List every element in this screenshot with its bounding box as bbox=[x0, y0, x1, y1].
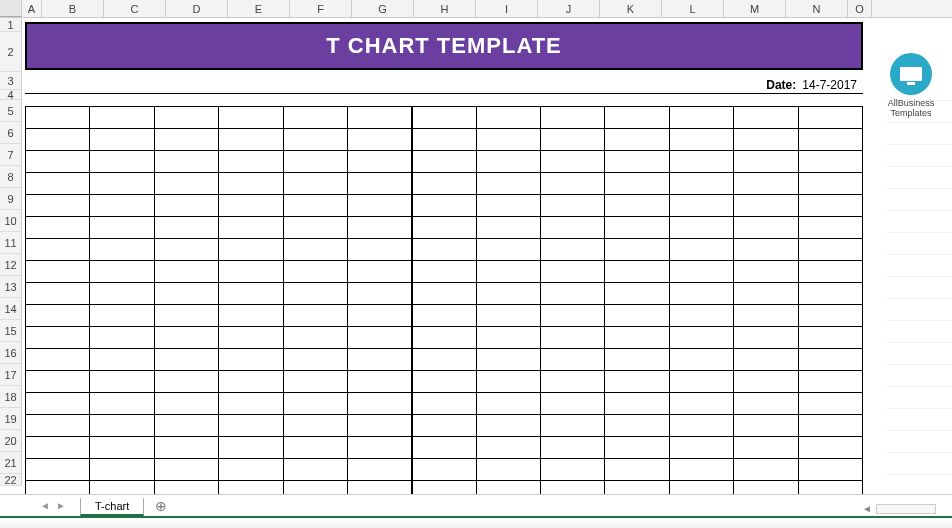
cell[interactable] bbox=[26, 283, 90, 305]
cell[interactable] bbox=[283, 195, 347, 217]
cell[interactable] bbox=[669, 437, 733, 459]
cell[interactable] bbox=[219, 107, 283, 129]
cell[interactable] bbox=[605, 371, 669, 393]
cell[interactable] bbox=[283, 129, 347, 151]
cell[interactable] bbox=[605, 261, 669, 283]
cell[interactable] bbox=[605, 151, 669, 173]
table-row[interactable] bbox=[26, 415, 863, 437]
cell[interactable] bbox=[605, 459, 669, 481]
cell[interactable] bbox=[541, 261, 605, 283]
row-1[interactable]: 1 bbox=[0, 18, 22, 32]
row-11[interactable]: 11 bbox=[0, 232, 22, 254]
cell[interactable] bbox=[154, 261, 218, 283]
col-N[interactable]: N bbox=[786, 0, 848, 17]
scroll-left-icon[interactable]: ◄ bbox=[862, 503, 872, 514]
cell[interactable] bbox=[219, 173, 283, 195]
cell[interactable] bbox=[476, 217, 540, 239]
cell[interactable] bbox=[154, 195, 218, 217]
cell[interactable] bbox=[154, 151, 218, 173]
table-row[interactable] bbox=[26, 195, 863, 217]
cell[interactable] bbox=[219, 217, 283, 239]
table-row[interactable] bbox=[26, 283, 863, 305]
cell[interactable] bbox=[605, 327, 669, 349]
cell[interactable] bbox=[154, 371, 218, 393]
cell[interactable] bbox=[541, 371, 605, 393]
cell[interactable] bbox=[154, 327, 218, 349]
cell[interactable] bbox=[412, 371, 476, 393]
cell[interactable] bbox=[283, 239, 347, 261]
cell[interactable] bbox=[283, 437, 347, 459]
row-21[interactable]: 21 bbox=[0, 452, 22, 474]
cell[interactable] bbox=[605, 239, 669, 261]
cell[interactable] bbox=[541, 327, 605, 349]
cell[interactable] bbox=[90, 107, 154, 129]
col-F[interactable]: F bbox=[290, 0, 352, 17]
col-E[interactable]: E bbox=[228, 0, 290, 17]
cell[interactable] bbox=[154, 129, 218, 151]
cell[interactable] bbox=[605, 173, 669, 195]
table-row[interactable] bbox=[26, 327, 863, 349]
cell[interactable] bbox=[26, 107, 90, 129]
cell[interactable] bbox=[541, 459, 605, 481]
cell[interactable] bbox=[412, 437, 476, 459]
row-10[interactable]: 10 bbox=[0, 210, 22, 232]
cell[interactable] bbox=[90, 261, 154, 283]
cell[interactable] bbox=[798, 173, 863, 195]
cell[interactable] bbox=[734, 371, 798, 393]
col-I[interactable]: I bbox=[476, 0, 538, 17]
cell[interactable] bbox=[669, 173, 733, 195]
cell[interactable] bbox=[669, 129, 733, 151]
cell[interactable] bbox=[26, 327, 90, 349]
cell[interactable] bbox=[283, 217, 347, 239]
cell[interactable] bbox=[734, 459, 798, 481]
cell[interactable] bbox=[605, 195, 669, 217]
cell[interactable] bbox=[219, 129, 283, 151]
cell[interactable] bbox=[669, 239, 733, 261]
row-18[interactable]: 18 bbox=[0, 386, 22, 408]
scroll-track[interactable] bbox=[876, 504, 936, 514]
cell[interactable] bbox=[798, 371, 863, 393]
cell[interactable] bbox=[90, 371, 154, 393]
cell[interactable] bbox=[26, 129, 90, 151]
tab-nav[interactable]: ◄ ► bbox=[40, 500, 72, 511]
cell[interactable] bbox=[347, 239, 411, 261]
cell[interactable] bbox=[412, 217, 476, 239]
cell[interactable] bbox=[541, 217, 605, 239]
cell[interactable] bbox=[90, 283, 154, 305]
cell[interactable] bbox=[412, 393, 476, 415]
cell[interactable] bbox=[476, 107, 540, 129]
cell[interactable] bbox=[26, 371, 90, 393]
cell[interactable] bbox=[669, 349, 733, 371]
cell[interactable] bbox=[412, 305, 476, 327]
table-row[interactable] bbox=[26, 371, 863, 393]
cell[interactable] bbox=[541, 173, 605, 195]
cell[interactable] bbox=[154, 415, 218, 437]
cell[interactable] bbox=[798, 327, 863, 349]
cell[interactable] bbox=[347, 217, 411, 239]
col-D[interactable]: D bbox=[166, 0, 228, 17]
cell[interactable] bbox=[476, 305, 540, 327]
cell[interactable] bbox=[90, 327, 154, 349]
row-15[interactable]: 15 bbox=[0, 320, 22, 342]
cell[interactable] bbox=[541, 437, 605, 459]
cell[interactable] bbox=[26, 349, 90, 371]
cell[interactable] bbox=[476, 327, 540, 349]
cell[interactable] bbox=[412, 129, 476, 151]
cell[interactable] bbox=[476, 173, 540, 195]
table-row[interactable] bbox=[26, 107, 863, 129]
cell[interactable] bbox=[541, 107, 605, 129]
cell[interactable] bbox=[347, 129, 411, 151]
col-G[interactable]: G bbox=[352, 0, 414, 17]
cell[interactable] bbox=[798, 305, 863, 327]
cell[interactable] bbox=[605, 437, 669, 459]
cell[interactable] bbox=[734, 393, 798, 415]
cell[interactable] bbox=[283, 151, 347, 173]
cell[interactable] bbox=[798, 393, 863, 415]
cell[interactable] bbox=[412, 459, 476, 481]
cell[interactable] bbox=[219, 437, 283, 459]
cell[interactable] bbox=[26, 173, 90, 195]
row-8[interactable]: 8 bbox=[0, 166, 22, 188]
cell[interactable] bbox=[26, 217, 90, 239]
cell[interactable] bbox=[798, 107, 863, 129]
tab-nav-left-icon[interactable]: ◄ bbox=[40, 500, 50, 511]
